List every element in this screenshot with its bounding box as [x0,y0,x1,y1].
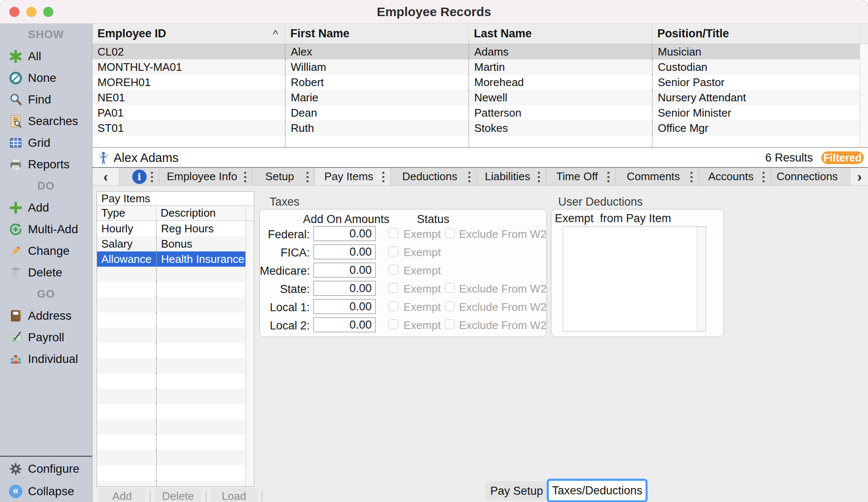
tab-menu-icon[interactable] [244,176,246,178]
tax-row-state: State: Exempt Exclude From W2 [260,280,546,298]
info-icon: i [132,170,147,184]
tax-row-local1: Local 1: Exempt Exclude From W2 [260,298,546,317]
federal-exclude-w2-checkbox[interactable] [445,228,455,238]
state-exclude-w2-checkbox[interactable] [445,283,455,293]
local1-amount-input[interactable] [313,299,376,314]
tab-pay-items[interactable]: Pay Items [314,168,390,185]
federal-amount-input[interactable] [313,226,376,241]
tabs-scroll-left-button[interactable]: ‹ [92,168,119,185]
column-header-first-name[interactable]: First Name [285,24,468,44]
sidebar-item-collapse[interactable]: « Collapse [0,480,92,502]
sidebar-item-multi-add[interactable]: Multi-Add [0,218,92,240]
table-row[interactable]: MOREH01 Robert Morehead Senior Pastor [92,75,868,90]
record-header-bar: Alex Adams 6 Results Filtered [92,148,868,167]
button-separator [262,491,262,502]
sidebar-item-add[interactable]: Add [0,197,92,218]
tab-menu-icon[interactable] [762,176,765,178]
printer-icon [8,157,23,172]
delete-pay-item-button[interactable]: Delete [154,488,202,502]
tab-accounts[interactable]: Accounts [698,168,771,185]
sidebar-item-payroll[interactable]: Payroll [0,326,92,348]
tab-deductions[interactable]: Deductions [390,168,476,185]
table-row[interactable]: MONTHLY-MA01 William Martin Custodian [92,59,868,75]
column-header-position-title[interactable]: Position/Title [652,24,860,44]
table-row[interactable]: PA01 Dean Patterson Senior Minister [92,105,868,120]
add-on-amounts-header: Add On Amounts [300,213,392,226]
fica-exempt-checkbox[interactable] [388,246,398,257]
state-exempt-checkbox[interactable] [388,283,398,293]
exempt-pay-item-list[interactable] [563,226,706,332]
window-title: Employee Records [0,0,868,24]
employee-table-header: Employee ID ^ First Name Last Name Posit… [92,24,868,44]
results-count: 6 Results [765,151,813,165]
column-header-last-name[interactable]: Last Name [468,24,652,44]
tab-time-off[interactable]: Time Off [546,168,615,185]
no-circle-icon [8,71,23,85]
list-item[interactable]: Hourly Reg Hours [97,221,254,236]
column-header-employee-id[interactable]: Employee ID ^ [92,24,285,44]
tab-menu-icon[interactable] [306,176,309,178]
tab-menu-icon[interactable] [151,176,153,178]
sidebar-item-find[interactable]: Find [0,89,92,110]
tab-menu-icon[interactable] [468,176,470,178]
sidebar: SHOW All None Find Searches Grid Reports… [0,24,92,502]
sidebar-item-searches[interactable]: Searches [0,110,92,132]
address-book-icon [8,309,23,323]
tab-liabilities[interactable]: Liabilities [476,168,546,185]
tab-menu-icon[interactable] [690,176,693,178]
federal-exempt-checkbox[interactable] [388,228,398,238]
sidebar-item-address[interactable]: Address [0,305,92,326]
tab-comments[interactable]: Comments [615,168,698,185]
saved-search-icon [8,114,23,128]
tab-connections[interactable]: Connections [771,168,851,185]
sidebar-item-all[interactable]: All [0,45,92,67]
tax-row-federal: Federal: Exempt Exclude From W2 [260,226,546,244]
magnifier-icon [8,92,23,107]
column-header-type[interactable]: Type [97,206,156,220]
sidebar-item-change[interactable]: Change [0,240,92,262]
local1-exclude-w2-checkbox[interactable] [445,301,455,311]
tab-employee-info[interactable]: Employee Info [159,168,252,185]
state-amount-input[interactable] [313,281,376,296]
load-pay-item-button[interactable]: Load [210,488,258,502]
pay-setup-button[interactable]: Pay Setup [485,481,548,501]
sidebar-item-individual[interactable]: Individual [0,348,92,370]
filtered-badge[interactable]: Filtered [821,151,864,164]
add-pay-item-button[interactable]: Add [98,488,146,502]
local2-amount-input[interactable] [313,317,376,332]
titlebar: Employee Records [0,0,868,24]
sidebar-item-configure[interactable]: Configure [0,457,92,480]
scrollbar-track[interactable] [245,221,254,486]
scrollbar-track[interactable] [696,227,706,331]
fica-amount-input[interactable] [313,244,376,259]
taxes-deductions-button[interactable]: Taxes/Deductions [547,479,648,502]
user-deductions-panel: Exempt from Pay Item [551,209,724,337]
sidebar-item-delete[interactable]: Delete [0,262,92,283]
sidebar-item-none[interactable]: None [0,67,92,89]
local1-exempt-checkbox[interactable] [388,301,398,311]
sidebar-item-reports[interactable]: Reports [0,153,92,175]
tab-info[interactable]: i [119,168,159,185]
sort-ascending-icon[interactable]: ^ [273,28,278,41]
scrollbar-track[interactable] [860,44,868,147]
list-item-selected[interactable]: Allowance Health Insurance [97,251,254,267]
medicare-exempt-checkbox[interactable] [388,265,398,275]
tab-menu-icon[interactable] [382,176,384,178]
tab-setup[interactable]: Setup [252,168,314,185]
check-pen-icon [8,330,23,345]
exempt-from-pay-item-label: Exempt from Pay Item [555,212,671,225]
sidebar-section-go: GO [0,283,92,305]
local2-exempt-checkbox[interactable] [388,319,398,329]
sidebar-item-grid[interactable]: Grid [0,132,92,153]
local2-exclude-w2-checkbox[interactable] [445,319,455,329]
column-header-description[interactable]: Description [156,206,245,220]
table-row[interactable]: NE01 Marie Newell Nursery Attendant [92,90,868,105]
list-item[interactable]: Salary Bonus [97,236,254,251]
tab-menu-icon[interactable] [607,176,609,178]
table-row[interactable]: CL02 Alex Adams Musician [92,44,868,59]
table-row[interactable]: ST01 Ruth Stokes Office Mgr [92,120,868,136]
tab-menu-icon[interactable] [538,176,540,178]
tabs-scroll-right-button[interactable]: › [851,168,868,185]
medicare-amount-input[interactable] [313,262,376,278]
pay-items-panel-title: Pay Items [97,192,254,206]
